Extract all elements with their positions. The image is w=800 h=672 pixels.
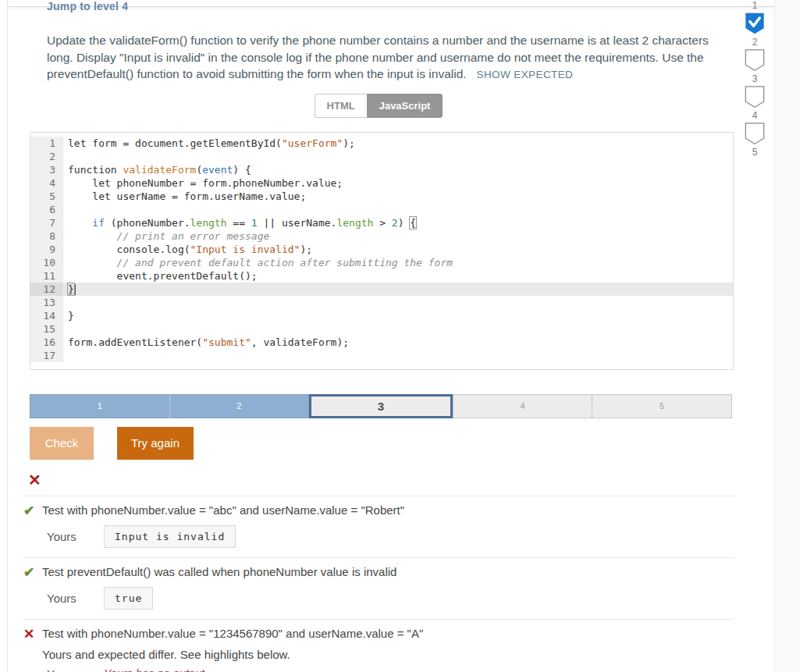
code-text: if (phoneNumber.length == 1 || userName.… bbox=[63, 216, 733, 229]
code-editor[interactable]: 1let form = document.getElementById("use… bbox=[30, 132, 734, 370]
code-line-16[interactable]: 16form.addEventListener("submit", valida… bbox=[30, 336, 733, 349]
level-shield-item-3[interactable]: 3 bbox=[737, 49, 773, 84]
text-cursor bbox=[75, 284, 76, 295]
line-number: 13 bbox=[30, 296, 63, 309]
level-number: 3 bbox=[737, 73, 773, 84]
line-number: 12 bbox=[30, 283, 63, 296]
code-line-4[interactable]: 4 let phoneNumber = form.phoneNumber.val… bbox=[30, 176, 733, 190]
test-results: ✔Test with phoneNumber.value = "abc" and… bbox=[23, 496, 734, 672]
page: Jump to level 4 Update the validateForm(… bbox=[0, 0, 800, 672]
line-number: 6 bbox=[30, 203, 63, 216]
code-text: console.log("Input is invalid"); bbox=[63, 243, 733, 256]
pass-check-icon: ✔ bbox=[23, 564, 42, 581]
code-text: let form = document.getElementById("user… bbox=[63, 137, 733, 150]
level-shield-item-2[interactable]: 2 bbox=[737, 12, 773, 48]
code-text bbox=[63, 150, 733, 163]
progress-segment-5[interactable]: 5 bbox=[592, 394, 732, 418]
shield-empty-icon bbox=[745, 123, 765, 144]
test-diff-note: Yours and expected differ. See highlight… bbox=[42, 648, 734, 661]
check-button[interactable]: Check bbox=[30, 427, 94, 460]
level-number: 1 bbox=[737, 0, 773, 11]
line-number: 17 bbox=[30, 349, 63, 362]
code-text bbox=[63, 296, 733, 309]
test-result-2: ✔Test preventDefault() was called when p… bbox=[23, 557, 734, 619]
line-number: 9 bbox=[30, 243, 63, 256]
code-line-10[interactable]: 10 // and prevent default action after s… bbox=[30, 256, 733, 269]
level-shield-item-5[interactable]: 5 bbox=[737, 123, 773, 158]
try-again-button[interactable]: Try again bbox=[117, 427, 194, 460]
shield-empty-icon bbox=[745, 49, 765, 71]
code-line-5[interactable]: 5 let userName = form.userName.value; bbox=[30, 190, 733, 203]
line-number: 8 bbox=[30, 229, 63, 243]
code-line-1[interactable]: 1let form = document.getElementById("use… bbox=[30, 137, 733, 150]
overall-fail-icon: ✕ bbox=[28, 471, 45, 489]
action-buttons: Check Try again bbox=[30, 427, 734, 460]
line-number: 3 bbox=[30, 163, 63, 176]
test-result-3: ✕Test with phoneNumber.value = "12345678… bbox=[23, 619, 734, 672]
code-text: } bbox=[63, 283, 733, 296]
code-line-7[interactable]: 7 if (phoneNumber.length == 1 || userNam… bbox=[30, 216, 733, 229]
line-number: 2 bbox=[30, 150, 63, 163]
output-row-yours: Yourstrue bbox=[47, 587, 734, 610]
code-line-2[interactable]: 2 bbox=[30, 150, 733, 163]
output-label: Yours bbox=[47, 530, 104, 543]
code-text: } bbox=[63, 309, 733, 322]
line-number: 15 bbox=[30, 322, 63, 336]
code-text: // print an error message bbox=[63, 229, 733, 243]
line-number: 14 bbox=[30, 309, 63, 322]
output-label: Yours bbox=[47, 667, 104, 672]
level-number: 4 bbox=[737, 110, 773, 121]
line-number: 1 bbox=[30, 137, 63, 150]
level-progress-bar: 12345 bbox=[30, 394, 732, 418]
level-number: 5 bbox=[737, 147, 773, 158]
instructions-text: Update the validateForm() function to ve… bbox=[47, 32, 734, 84]
line-number: 10 bbox=[30, 256, 63, 269]
editor-tabs: HTMLJavaScript bbox=[23, 94, 734, 118]
tab-javascript[interactable]: JavaScript bbox=[367, 94, 443, 118]
code-text: let userName = form.userName.value; bbox=[63, 190, 733, 203]
output-value: Input is invalid bbox=[104, 525, 236, 548]
output-row-yours: YoursInput is invalid bbox=[47, 525, 734, 548]
code-line-12[interactable]: 12} bbox=[30, 283, 733, 296]
code-line-3[interactable]: 3function validateForm(event) { bbox=[30, 163, 733, 176]
test-title: Test preventDefault() was called when ph… bbox=[42, 565, 396, 578]
level-shield-item-4[interactable]: 4 bbox=[737, 86, 773, 121]
jump-to-level-label: Jump to level 4 bbox=[47, 0, 128, 12]
line-number: 11 bbox=[30, 269, 63, 283]
code-line-9[interactable]: 9 console.log("Input is invalid"); bbox=[30, 243, 733, 256]
output-value: Yours has no output bbox=[104, 667, 204, 672]
code-text: let phoneNumber = form.phoneNumber.value… bbox=[63, 176, 733, 190]
line-number: 4 bbox=[30, 176, 63, 190]
code-line-13[interactable]: 13 bbox=[30, 296, 733, 309]
output-label: Yours bbox=[47, 592, 104, 605]
code-text: function validateForm(event) { bbox=[63, 163, 733, 176]
test-title: Test with phoneNumber.value = "123456789… bbox=[42, 627, 423, 640]
code-line-6[interactable]: 6 bbox=[30, 203, 733, 216]
code-line-14[interactable]: 14} bbox=[30, 309, 733, 322]
progress-segment-3[interactable]: 3 bbox=[309, 394, 453, 418]
show-expected-link[interactable]: SHOW EXPECTED bbox=[477, 69, 574, 80]
code-text bbox=[63, 322, 733, 336]
code-line-8[interactable]: 8 // print an error message bbox=[30, 229, 733, 243]
line-number: 16 bbox=[30, 336, 63, 349]
progress-segment-2[interactable]: 2 bbox=[169, 394, 310, 418]
code-line-17[interactable]: 17 bbox=[30, 349, 733, 362]
code-text bbox=[63, 203, 733, 216]
level-shield-item-1[interactable]: 1 bbox=[737, 0, 773, 11]
page-background-strip bbox=[774, 0, 800, 672]
code-line-15[interactable]: 15 bbox=[30, 322, 733, 336]
activity-card: Jump to level 4 Update the validateForm(… bbox=[8, 6, 774, 672]
shield-empty-icon bbox=[745, 86, 765, 108]
instructions-body: Update the validateForm() function to ve… bbox=[47, 34, 709, 80]
test-title: Test with phoneNumber.value = "abc" and … bbox=[42, 503, 404, 517]
progress-segment-4[interactable]: 4 bbox=[453, 394, 593, 418]
tab-html[interactable]: HTML bbox=[315, 94, 367, 118]
progress-segment-1[interactable]: 1 bbox=[30, 394, 170, 418]
code-text: form.addEventListener("submit", validate… bbox=[63, 336, 733, 349]
jump-to-level-link[interactable]: Jump to level 4 bbox=[47, 0, 128, 14]
code-text bbox=[63, 349, 733, 362]
level-number: 2 bbox=[737, 37, 773, 48]
code-line-11[interactable]: 11 event.preventDefault(); bbox=[30, 269, 733, 283]
shield-checked-icon bbox=[745, 12, 765, 34]
test-result-1: ✔Test with phoneNumber.value = "abc" and… bbox=[23, 496, 734, 557]
